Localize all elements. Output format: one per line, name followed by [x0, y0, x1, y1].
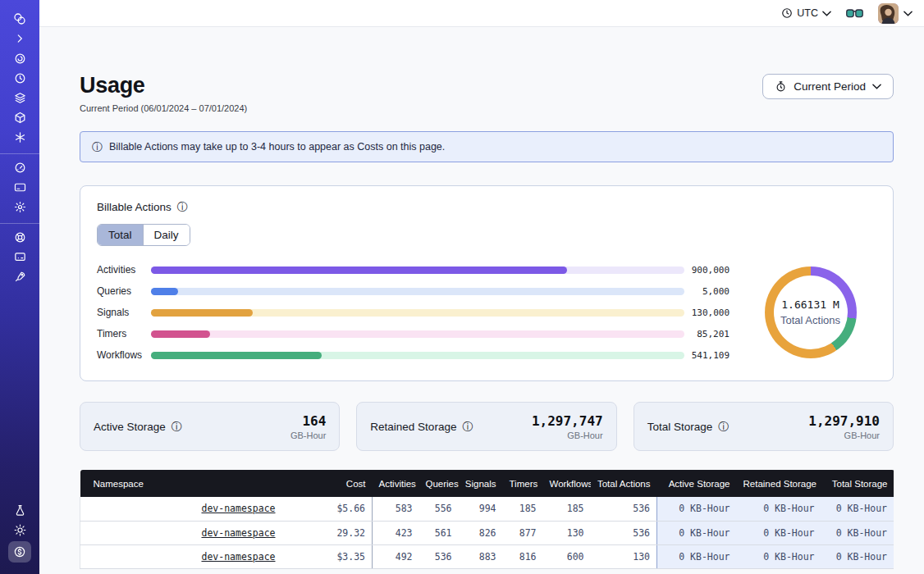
- retained-storage-label-text: Retained Storage: [370, 421, 456, 433]
- table-body: dev-namespace$5.665835569941851855360 KB…: [80, 497, 894, 569]
- active-storage-value: 164: [290, 413, 326, 429]
- tab-total[interactable]: Total: [98, 225, 143, 245]
- total-actions-label: Total Actions: [780, 314, 840, 326]
- user-menu[interactable]: [878, 3, 913, 24]
- cost-cell: $3.35: [282, 544, 373, 568]
- column-header: Retained Storage: [737, 470, 821, 497]
- chevron-down-icon: [903, 11, 913, 16]
- avatar[interactable]: [878, 3, 899, 24]
- count-cell: 536: [419, 544, 459, 568]
- count-cell: [459, 568, 503, 569]
- bar-fill: [151, 288, 178, 295]
- bar-track: [151, 352, 684, 359]
- bar-row: Queries5,000: [97, 280, 730, 302]
- total-storage-label-text: Total Storage: [647, 421, 713, 433]
- chevron-down-icon: [822, 11, 831, 16]
- total-storage-card: Total Storage ⓘ 1,297,910 GB-Hour: [634, 402, 894, 451]
- count-cell: [503, 568, 543, 569]
- namespace-link[interactable]: dev-namespace: [201, 503, 275, 514]
- nexus-asterisk-icon[interactable]: [9, 129, 30, 145]
- theme-sun-icon[interactable]: [9, 522, 30, 538]
- storage-cell: 0 KB-Hour: [821, 544, 894, 568]
- bar-label: Activities: [97, 264, 151, 276]
- storage-cell: 0 KB-Hour: [657, 497, 737, 521]
- cost-cell: [282, 568, 373, 569]
- cost-cell: $5.66: [282, 497, 373, 521]
- info-banner-text: Billable Actions may take up to 3-4 hour…: [109, 141, 445, 153]
- billing-card-icon[interactable]: [9, 179, 30, 195]
- content: Usage Current Period (06/01/2024 – 07/01…: [39, 72, 924, 569]
- bar-row: Workflows541,109: [97, 344, 730, 366]
- tab-daily[interactable]: Daily: [143, 225, 190, 245]
- count-cell: 185: [503, 497, 543, 521]
- bar-value: 85,201: [684, 329, 730, 339]
- getting-started-rocket-icon[interactable]: [9, 268, 30, 285]
- sidebar-divider: [0, 223, 39, 224]
- info-icon[interactable]: ⓘ: [172, 421, 182, 432]
- count-cell: 994: [459, 497, 503, 521]
- bar-track: [151, 266, 684, 274]
- sidebar-divider: [0, 153, 39, 154]
- storage-cell: [737, 568, 821, 569]
- count-cell: 883: [459, 544, 503, 568]
- info-icon[interactable]: ⓘ: [177, 202, 188, 212]
- bar-fill: [151, 352, 322, 359]
- count-cell: [591, 568, 657, 569]
- count-cell: [543, 568, 591, 569]
- table-row: dev-namespace29.324235618268771305360 KB…: [80, 521, 894, 544]
- page-header: Usage Current Period (06/01/2024 – 07/01…: [80, 72, 894, 113]
- namespaces-icon[interactable]: [9, 50, 30, 66]
- retained-storage-unit: GB-Hour: [532, 430, 603, 440]
- main-area: UTC Usage Current Period (06/01/2024 – 0…: [39, 0, 924, 574]
- column-header: Signals: [459, 470, 503, 497]
- info-icon[interactable]: ⓘ: [462, 421, 473, 432]
- namespace-usage-table: NamespaceCostActivitiesQueriesSignalsTim…: [80, 470, 894, 569]
- info-icon: ⓘ: [92, 142, 103, 153]
- batch-layers-icon[interactable]: [9, 89, 30, 106]
- namespace-link[interactable]: dev-namespace: [201, 527, 275, 539]
- bar-track: [151, 330, 684, 338]
- bar-track: [151, 288, 684, 295]
- timezone-dropdown[interactable]: UTC: [781, 7, 831, 19]
- total-storage-label: Total Storage ⓘ: [647, 421, 730, 433]
- retained-storage-value: 1,297,747: [532, 413, 603, 429]
- stopwatch-icon: [775, 80, 787, 93]
- count-cell: 492: [373, 544, 419, 568]
- info-icon[interactable]: ⓘ: [718, 421, 729, 432]
- namespace-link[interactable]: dev-namespace: [201, 551, 275, 563]
- bar-track: [151, 309, 684, 317]
- column-header: Cost: [282, 470, 373, 497]
- storage-cell: [821, 568, 894, 569]
- billable-view-tabs: Total Daily: [97, 224, 190, 246]
- deployments-cube-icon[interactable]: [9, 109, 30, 125]
- bar-fill: [151, 266, 567, 274]
- feedback-screen-icon[interactable]: [9, 248, 30, 265]
- usage-billing-dollar-icon[interactable]: [8, 541, 31, 563]
- bar-value: 900,000: [684, 265, 730, 276]
- count-cell: [419, 568, 459, 569]
- period-selector-button[interactable]: Current Period: [762, 74, 894, 99]
- labs-flask-icon[interactable]: [9, 502, 30, 518]
- bar-label: Queries: [97, 285, 151, 297]
- support-lifebuoy-icon[interactable]: [9, 229, 30, 245]
- settings-gear-icon[interactable]: [9, 198, 30, 215]
- retained-storage-label: Retained Storage ⓘ: [370, 421, 473, 433]
- chevron-down-icon: [872, 84, 881, 89]
- bar-row: Timers85,201: [97, 323, 730, 344]
- bars: Activities900,000Queries5,000Signals130,…: [97, 259, 730, 366]
- storage-summary-row: Active Storage ⓘ 164 GB-Hour Retained St…: [80, 402, 894, 451]
- active-storage-card: Active Storage ⓘ 164 GB-Hour: [80, 402, 340, 451]
- total-actions-value: 1.66131 M: [781, 298, 839, 311]
- active-storage-label-text: Active Storage: [94, 421, 166, 433]
- expand-sidebar-icon[interactable]: [9, 30, 30, 47]
- count-cell: 556: [419, 497, 459, 521]
- column-header: Total Actions: [591, 470, 657, 497]
- count-cell: 826: [459, 521, 503, 544]
- page-subtitle: Current Period (06/01/2024 – 07/01/2024): [80, 103, 247, 113]
- usage-meter-icon[interactable]: [9, 159, 30, 175]
- temporal-logo-icon[interactable]: [9, 11, 30, 27]
- glasses-icon[interactable]: [846, 8, 863, 19]
- bar-fill: [151, 309, 253, 317]
- schedules-icon[interactable]: [9, 70, 30, 86]
- total-storage-value: 1,297,910: [808, 413, 880, 429]
